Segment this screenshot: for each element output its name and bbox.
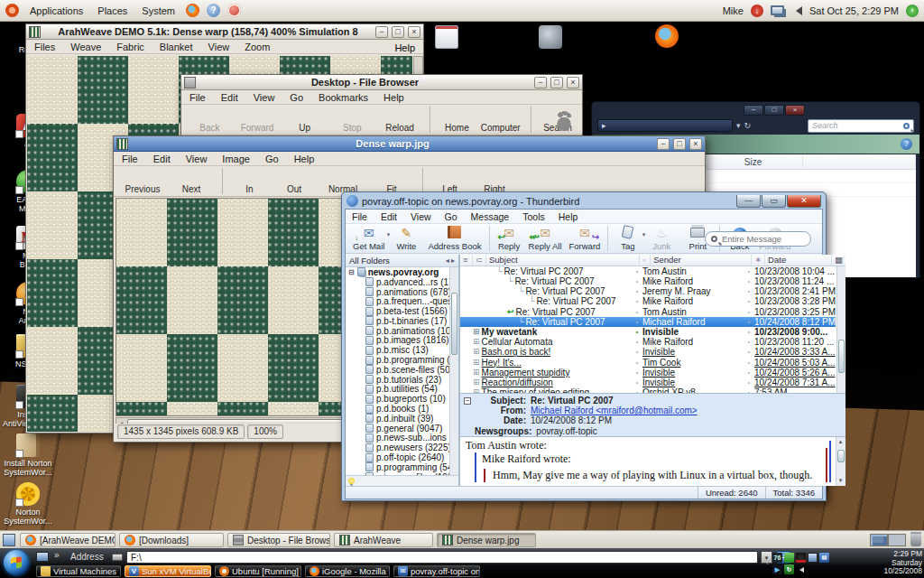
minimize-button[interactable]: − — [744, 105, 763, 116]
quick-launch-icon[interactable] — [36, 552, 49, 562]
taskbar-button[interactable]: Virtual Machines — [36, 565, 121, 577]
folder-item[interactable]: p.advanced...rs (1705) — [346, 277, 458, 287]
junk-indicator[interactable]: • — [744, 296, 754, 306]
app-icon[interactable] — [539, 25, 562, 49]
read-indicator[interactable]: • — [632, 337, 642, 347]
read-column-icon[interactable]: ◦ — [640, 255, 651, 266]
package-launcher-icon[interactable] — [227, 4, 241, 17]
maximize-button[interactable]: □ — [673, 138, 686, 150]
tray-volume-icon[interactable] — [796, 564, 806, 574]
logout-icon[interactable]: › — [906, 5, 919, 17]
menu-item[interactable]: View — [208, 42, 231, 52]
message-body[interactable]: Tom Austin wrote: Mike Raiford wrote: Hm… — [460, 437, 845, 486]
menu-item[interactable]: Go — [264, 154, 280, 164]
toolbar-button[interactable]: Junk — [643, 226, 679, 251]
menu-item[interactable]: Edit — [152, 154, 171, 164]
folder-pane-header[interactable]: All Folders ◂ ▸ — [346, 255, 458, 267]
read-indicator[interactable]: • — [632, 317, 642, 327]
search-field[interactable] — [705, 231, 811, 247]
folder-item[interactable]: p.animations (678) — [346, 287, 458, 297]
thread-marker-icon[interactable]: └ — [529, 296, 534, 306]
thread-marker-icon[interactable]: └ — [507, 276, 513, 286]
close-button[interactable]: × — [785, 105, 805, 116]
folder-item[interactable]: p.a.frequen...-questions — [346, 296, 458, 306]
read-indicator[interactable]: • — [632, 276, 642, 286]
firefox-launcher-icon[interactable] — [186, 4, 199, 17]
folder-item[interactable]: p.newusers (3225) — [346, 443, 458, 452]
toolbar-button[interactable]: Reply All — [525, 226, 566, 251]
menu-item[interactable]: Tools — [522, 211, 546, 222]
toolbar-button[interactable]: Out — [271, 168, 318, 194]
menu-item-help[interactable]: Help — [393, 42, 416, 53]
folder-pane-nav-icons[interactable]: ◂ ▸ — [446, 256, 455, 265]
folder-item[interactable]: p.d.books (1) — [346, 404, 458, 414]
junk-indicator[interactable]: • — [744, 317, 754, 327]
system-menu[interactable]: System — [138, 5, 179, 17]
help-icon[interactable]: ? — [901, 138, 912, 150]
message-row[interactable]: ⊞ My wavetank • Invisible • 10/23/2008 9… — [460, 327, 836, 337]
desktop-icon[interactable]: Install Norton SystemWor... — [2, 434, 54, 477]
file-browser-titlebar[interactable]: Desktop - File Browser − □ × — [181, 75, 582, 90]
folder-item[interactable]: p.b-t.binaries (17) — [346, 316, 458, 326]
thunderbird-titlebar[interactable]: povray.off-topic on news.povray.org - Th… — [345, 192, 823, 209]
thread-column-icon[interactable]: ≡ — [460, 255, 473, 266]
maximize-button[interactable]: □ — [550, 77, 563, 89]
toolbar-button[interactable]: Normal — [319, 168, 366, 194]
lightbulb-icon[interactable] — [348, 478, 355, 484]
toolbar-button[interactable]: Next — [168, 168, 215, 194]
menu-item[interactable]: View — [410, 211, 432, 222]
folder-item[interactable]: p.general (9047) — [346, 424, 458, 434]
thread-marker-icon[interactable]: ⊞ — [473, 358, 480, 368]
junk-indicator[interactable]: • — [744, 347, 754, 357]
trash-icon[interactable] — [910, 534, 921, 546]
maximize-button[interactable]: □ — [764, 105, 784, 116]
menu-item[interactable]: Help — [558, 211, 579, 222]
tray-icon-display[interactable] — [808, 553, 818, 563]
chevron-icon[interactable]: » — [54, 550, 60, 560]
tray-chevron-icon[interactable]: ‹ — [766, 558, 769, 567]
read-indicator[interactable]: • — [632, 307, 642, 317]
taskbar-button[interactable]: ArahWeave — [334, 533, 433, 547]
volume-icon[interactable] — [791, 6, 802, 15]
toolbar-button[interactable]: Tag — [607, 226, 643, 251]
junk-indicator[interactable]: • — [744, 266, 754, 276]
maximize-button[interactable]: ▭ — [762, 195, 786, 208]
thread-marker-icon[interactable]: └ — [518, 286, 523, 296]
taskbar-button[interactable]: ✉ povray.off-topic on ... — [393, 565, 480, 577]
scroll-up-icon[interactable]: ▴ — [836, 438, 845, 446]
folder-item[interactable]: p.beta-test (1566) — [346, 306, 458, 316]
thread-marker-icon[interactable]: └ — [518, 317, 523, 327]
toolbar-button[interactable]: Forward — [566, 226, 605, 251]
message-row[interactable]: ⊞ Reaction/diffusion • Invisible • 10/24… — [460, 378, 836, 387]
junk-indicator[interactable]: • — [744, 337, 754, 347]
message-row[interactable]: └ Re: Virtual PC 2007 • Tom Austin • 10/… — [460, 266, 836, 276]
read-indicator[interactable]: • — [632, 378, 642, 387]
toolbar-button[interactable]: In — [222, 168, 269, 194]
menu-item[interactable]: View — [185, 154, 208, 164]
toolbar-button[interactable]: Reload — [377, 107, 423, 133]
maximize-button[interactable]: □ — [392, 26, 404, 38]
thread-marker-icon[interactable]: ⊞ — [473, 368, 480, 378]
junk-indicator[interactable]: • — [744, 368, 754, 378]
collapse-headers-icon[interactable]: − — [464, 397, 471, 405]
minimize-button[interactable]: — — [736, 195, 761, 208]
toolbar-button[interactable]: Left — [422, 168, 469, 194]
menu-item[interactable]: Help — [383, 92, 405, 103]
document-icon[interactable] — [435, 25, 458, 49]
user-switcher[interactable]: Mike — [723, 5, 744, 16]
junk-indicator[interactable]: • — [744, 327, 754, 337]
start-button[interactable] — [4, 550, 29, 575]
menu-item[interactable]: Blanket — [159, 42, 194, 52]
menu-item[interactable]: Image — [221, 154, 251, 164]
junk-indicator[interactable]: • — [744, 307, 754, 317]
menu-item[interactable]: File — [189, 92, 207, 103]
message-row[interactable]: ⊞ Hey! It's... • Tim Cook • 10/24/2008 5… — [460, 358, 836, 368]
junk-indicator[interactable]: • — [744, 378, 754, 387]
message-row[interactable]: └ Re: Virtual PC 2007 • Mike Raiford • 1… — [460, 296, 836, 306]
menu-item[interactable]: Weave — [69, 42, 102, 52]
toolbar-button[interactable]: Reply — [489, 226, 525, 251]
close-button[interactable]: ✕ — [787, 195, 821, 208]
tray-clock[interactable]: 2:29 PM Saturday 10/25/2008 — [870, 550, 922, 576]
close-button[interactable]: × — [689, 138, 702, 150]
taskbar-button[interactable]: Ubuntu [Running] - ... — [215, 565, 301, 577]
